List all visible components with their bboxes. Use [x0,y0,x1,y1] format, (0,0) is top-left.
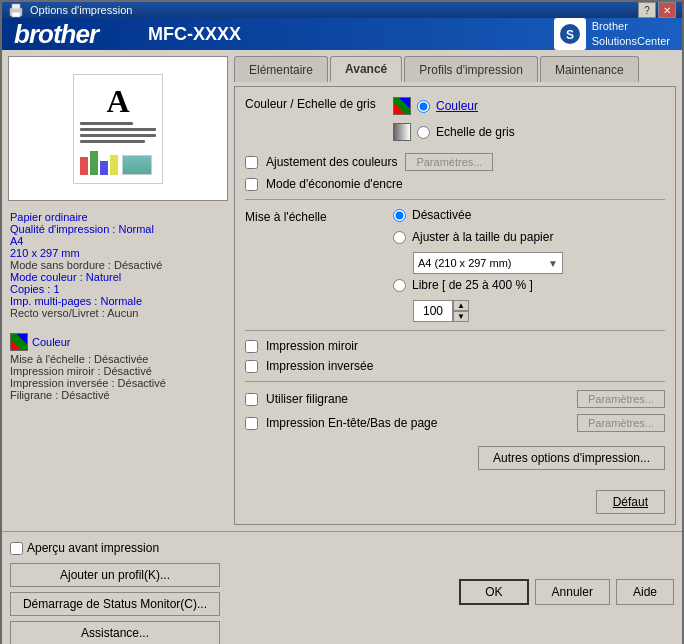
echelle-radio[interactable] [417,126,430,139]
adjust-paper-label: Ajuster à la taille du papier [412,230,553,244]
paper-size: A4 [10,235,226,247]
cancel-button[interactable]: Annuler [535,579,610,605]
dialog-buttons: OK Annuler Aide [459,579,674,605]
scale-input[interactable]: 100 [413,300,453,322]
borderless-info: Mode sans bordure : Désactivé [10,259,226,271]
aide-button[interactable]: Aide [616,579,674,605]
defaut-button[interactable]: Défaut [596,490,665,514]
doc-lines [80,122,156,143]
window-title: Options d'impression [30,4,132,16]
separator2 [245,330,665,331]
filigrane-status: Filigrane : Désactivé [10,389,226,401]
separator3 [245,381,665,382]
solutions-text: Brother SolutionsCenter [592,19,670,50]
inverse-checkbox[interactable] [245,360,258,373]
couleur-label: Couleur [436,99,478,113]
filigrane-checkbox[interactable] [245,393,258,406]
duplex-info: Recto verso/Livret : Aucun [10,307,226,319]
entete-row: Impression En-tête/Bas de page Paramètre… [245,414,665,432]
bottom-bar: Aperçu avant impression Ajouter un profi… [2,531,682,644]
info-section: Papier ordinaire Qualité d'impression : … [8,207,228,323]
grayscale-icon [393,123,411,141]
mirror-row: Impression miroir [245,339,665,353]
color-palette-icon [393,97,411,115]
mirror-label: Impression miroir [266,339,358,353]
color-info-section: Couleur Mise à l'échelle : Désactivée Im… [8,329,228,405]
svg-text:S: S [566,28,574,42]
demarrage-button[interactable]: Démarrage de Status Monitor(C)... [10,592,220,616]
color-mode-info: Mode couleur : Naturel [10,271,226,283]
adjust-colors-checkbox[interactable] [245,156,258,169]
ok-button[interactable]: OK [459,579,528,605]
doc-chart-area [80,147,156,175]
economy-mode-checkbox[interactable] [245,178,258,191]
filigrane-label: Utiliser filigrane [266,392,569,406]
inverse-row: Impression inversée [245,359,665,373]
adjust-colors-params-button[interactable]: Paramètres... [405,153,493,171]
brother-logo: brother [14,19,98,50]
tab-profils[interactable]: Profils d'impression [404,56,538,82]
color-section-label: Couleur / Echelle de gris [245,97,385,111]
adjust-paper-option: Ajuster à la taille du papier [393,230,563,244]
header-bar: brother MFC-XXXX S Brother SolutionsCent… [2,18,682,50]
libre-option: Libre [ de 25 à 400 % ] [393,278,563,292]
adjust-colors-row: Ajustement des couleurs Paramètres... [245,153,665,171]
tab-content-avance: Couleur / Echelle de gris Couleur Echell… [234,86,676,525]
couleur-option: Couleur [393,97,515,115]
adjust-paper-radio[interactable] [393,231,406,244]
color-swatch-icon [10,333,28,351]
scale-section: Mise à l'échelle Désactivée Ajuster à la… [245,208,665,322]
quality-info: Qualité d'impression : Normal [10,223,226,235]
grayscale-option: Echelle de gris [393,123,515,141]
separator1 [245,199,665,200]
couleur-radio[interactable] [417,100,430,113]
copies-info: Copies : 1 [10,283,226,295]
solutions-icon: S [554,18,586,50]
tab-elementaire[interactable]: Elémentaire [234,56,328,82]
tab-maintenance[interactable]: Maintenance [540,56,639,82]
doc-image [122,155,152,175]
apercu-row: Aperçu avant impression [10,541,220,555]
disabled-option: Désactivée [393,208,563,222]
inverse-status: Impression inversée : Désactivé [10,377,226,389]
spinner-buttons: ▲ ▼ [453,300,469,322]
inverse-label: Impression inversée [266,359,373,373]
mirror-status: Impression miroir : Désactivé [10,365,226,377]
doc-chart [80,151,118,175]
disabled-label: Désactivée [412,208,471,222]
mirror-checkbox[interactable] [245,340,258,353]
preview-doc: A [73,74,163,184]
echelle-label: Echelle de gris [436,125,515,139]
title-bar: Options d'impression ? ✕ [2,2,682,18]
filigrane-params-button[interactable]: Paramètres... [577,390,665,408]
solutions-center: S Brother SolutionsCenter [554,18,670,50]
dimensions: 210 x 297 mm [10,247,226,259]
spinner-up-button[interactable]: ▲ [453,300,469,311]
preview-box: A [8,56,228,201]
close-button[interactable]: ✕ [658,2,676,18]
entete-label: Impression En-tête/Bas de page [266,416,569,430]
entete-params-button[interactable]: Paramètres... [577,414,665,432]
economy-mode-row: Mode d'économie d'encre [245,177,665,191]
libre-label: Libre [ de 25 à 400 % ] [412,278,533,292]
tab-avance[interactable]: Avancé [330,56,402,82]
entete-checkbox[interactable] [245,417,258,430]
paper-size-value: A4 (210 x 297 mm) [418,257,512,269]
paper-size-dropdown[interactable]: A4 (210 x 297 mm) ▼ [413,252,563,274]
left-panel: A [8,56,228,525]
spinner-down-button[interactable]: ▼ [453,311,469,322]
adjust-colors-label: Ajustement des couleurs [266,155,397,169]
disabled-radio[interactable] [393,209,406,222]
printer-icon [8,2,24,18]
window-controls: ? ✕ [638,2,676,18]
help-button[interactable]: ? [638,2,656,18]
ajouter-profil-button[interactable]: Ajouter un profil(K)... [10,563,220,587]
libre-radio[interactable] [393,279,406,292]
apercu-checkbox[interactable] [10,542,23,555]
filigrane-row: Utiliser filigrane Paramètres... [245,390,665,408]
autres-options-button[interactable]: Autres options d'impression... [478,446,665,470]
svg-rect-1 [12,4,20,9]
model-name: MFC-XXXX [148,24,241,45]
scale-spinner: 100 ▲ ▼ [413,300,563,322]
assistance-button[interactable]: Assistance... [10,621,220,644]
